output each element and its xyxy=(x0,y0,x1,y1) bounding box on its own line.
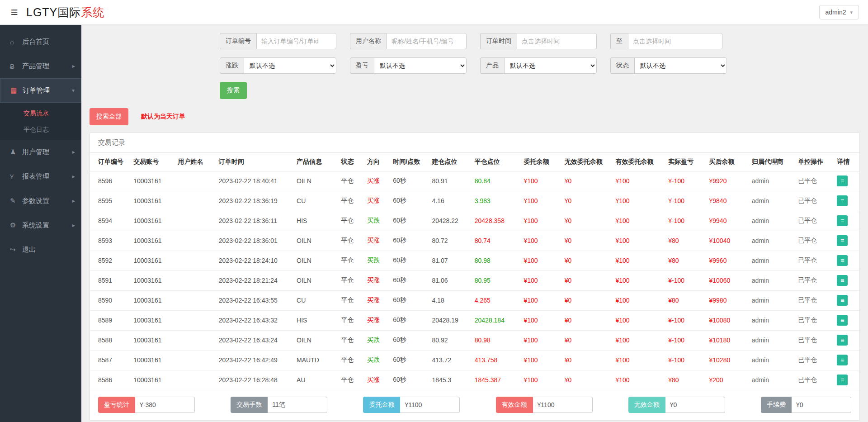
detail-button[interactable]: ≡ xyxy=(837,255,848,266)
cell-order_no: 8588 xyxy=(90,330,130,350)
cell-direction: 买跌 xyxy=(363,350,389,370)
cell-status: 平仓 xyxy=(337,370,363,390)
cell-profit: ¥-100 xyxy=(665,330,705,350)
sidebar-item-report[interactable]: ¥报表管理▸ xyxy=(0,164,81,189)
summary-label: 手续费 xyxy=(761,397,792,413)
cell-agent: admin xyxy=(748,330,795,350)
cell-direction: 买涨 xyxy=(363,310,389,330)
sidebar-item-label: 报表管理 xyxy=(22,172,72,181)
detail-button[interactable]: ≡ xyxy=(837,275,848,286)
detail-button[interactable]: ≡ xyxy=(837,235,848,246)
summary-entrust-amount: 委托金额¥1100 xyxy=(363,397,460,413)
cell-agent: admin xyxy=(748,191,795,211)
cell-account: 10003161 xyxy=(130,310,174,330)
search-button[interactable]: 搜索 xyxy=(220,82,247,99)
sidebar-item-label: 订单管理 xyxy=(23,86,72,95)
filter-row-2: 涨跌 默认不选 盈亏 默认不选 产品 默认不选 xyxy=(220,57,860,74)
table-row: 8595100031612023-02-22 18:36:19CU平仓买涨60秒… xyxy=(90,191,859,211)
cell-valid: ¥100 xyxy=(612,191,665,211)
cell-direction: 买涨 xyxy=(363,370,389,390)
cell-seconds: 60秒 xyxy=(389,231,428,251)
column-header: 无效委托余额 xyxy=(561,153,612,171)
detail-button[interactable]: ≡ xyxy=(837,355,848,365)
params-icon: ✎ xyxy=(10,197,22,205)
cell-time: 2023-02-22 16:28:48 xyxy=(215,370,293,390)
cell-time: 2023-02-22 18:36:01 xyxy=(215,231,293,251)
cell-profit: ¥-100 xyxy=(665,310,705,330)
cell-time: 2023-02-22 18:36:11 xyxy=(215,211,293,231)
product-icon: Ƀ xyxy=(10,62,22,70)
cell-agent: admin xyxy=(748,171,795,191)
sidebar-item-system[interactable]: ⚙系统设置▸ xyxy=(0,213,81,237)
cell-profit: ¥-100 xyxy=(665,270,705,290)
cell-order_no: 8596 xyxy=(90,171,130,191)
cell-open: 1845.3 xyxy=(428,370,471,390)
menu-toggle-icon[interactable]: ≡ xyxy=(6,6,23,19)
sidebar-item-product[interactable]: Ƀ产品管理▸ xyxy=(0,54,81,78)
product-select[interactable]: 默认不选 xyxy=(504,57,597,74)
sidebar-item-user[interactable]: ♟用户管理▸ xyxy=(0,140,81,164)
detail-button[interactable]: ≡ xyxy=(837,195,848,206)
cell-status: 平仓 xyxy=(337,231,363,251)
cell-control: 已平仓 xyxy=(794,171,833,191)
sidebar-subitem-close-log[interactable]: 平仓日志 xyxy=(0,121,81,138)
cell-detail: ≡ xyxy=(833,231,859,251)
column-header: 建仓点位 xyxy=(428,153,471,171)
filter-order-time-label: 订单时间 xyxy=(480,33,517,49)
sidebar-item-order[interactable]: ▤订单管理▾ xyxy=(0,78,81,103)
cell-status: 平仓 xyxy=(337,330,363,350)
summary-value: ¥0 xyxy=(665,397,725,413)
profit-loss-select[interactable]: 默认不选 xyxy=(374,57,467,74)
detail-button[interactable]: ≡ xyxy=(837,175,848,186)
status-select[interactable]: 默认不选 xyxy=(634,57,727,74)
cell-order_no: 8587 xyxy=(90,350,130,370)
user-dropdown[interactable]: admin2 ▾ xyxy=(819,5,859,19)
cell-detail: ≡ xyxy=(833,370,859,390)
sidebar-item-home[interactable]: ⌂后台首页 xyxy=(0,29,81,54)
detail-button[interactable]: ≡ xyxy=(837,375,848,385)
detail-button[interactable]: ≡ xyxy=(837,315,848,326)
column-header: 方向 xyxy=(363,153,389,171)
order-no-input[interactable] xyxy=(256,33,336,49)
sidebar-item-label: 系统设置 xyxy=(22,221,72,230)
search-all-button[interactable]: 搜索全部 xyxy=(90,108,128,125)
caret-down-icon: ▾ xyxy=(850,9,853,15)
cell-product: CU xyxy=(293,191,337,211)
cell-close: 20428.184 xyxy=(471,310,520,330)
cell-entrust: ¥100 xyxy=(520,310,561,330)
cell-direction: 买涨 xyxy=(363,191,389,211)
sidebar-subitem-trade-flow[interactable]: 交易流水 xyxy=(0,105,81,121)
cell-profit: ¥-100 xyxy=(665,350,705,370)
detail-button[interactable]: ≡ xyxy=(837,215,848,226)
detail-button[interactable]: ≡ xyxy=(837,335,848,346)
cell-close: 80.84 xyxy=(471,171,520,191)
column-header: 用户姓名 xyxy=(175,153,215,171)
cell-entrust: ¥100 xyxy=(520,290,561,310)
cell-direction: 买跌 xyxy=(363,211,389,231)
rise-fall-select[interactable]: 默认不选 xyxy=(244,57,336,74)
cell-profit: ¥-100 xyxy=(665,211,705,231)
sidebar-submenu: 交易流水平仓日志 xyxy=(0,103,81,140)
table-row: 8592100031612023-02-22 18:24:10OILN平仓买跌6… xyxy=(90,251,859,270)
cell-close: 80.98 xyxy=(471,330,520,350)
order-time-end-input[interactable] xyxy=(628,33,722,49)
cell-after: ¥9960 xyxy=(706,251,748,270)
sidebar-item-logout[interactable]: ↪退出 xyxy=(0,237,81,262)
cell-product: OILN xyxy=(293,270,337,290)
order-time-start-input[interactable] xyxy=(517,33,597,49)
cell-product: OILN xyxy=(293,251,337,270)
cell-valid: ¥100 xyxy=(612,270,665,290)
table-row: 8590100031612023-02-22 16:43:55CU平仓买涨60秒… xyxy=(90,290,859,310)
cell-entrust: ¥100 xyxy=(520,330,561,350)
table-header-row: 订单编号交易账号用户姓名订单时间产品信息状态方向时间/点数建仓点位平仓点位委托余… xyxy=(90,153,859,171)
cell-detail: ≡ xyxy=(833,171,859,191)
cell-detail: ≡ xyxy=(833,330,859,350)
sidebar-item-params[interactable]: ✎参数设置▸ xyxy=(0,189,81,213)
user-name-input[interactable] xyxy=(387,33,467,49)
cell-seconds: 60秒 xyxy=(389,251,428,270)
column-header: 归属代理商 xyxy=(748,153,795,171)
filter-rise-fall-label: 涨跌 xyxy=(220,57,244,74)
detail-button[interactable]: ≡ xyxy=(837,295,848,306)
column-header: 买后余额 xyxy=(706,153,748,171)
filter-order-time-end: 至 xyxy=(610,33,722,49)
